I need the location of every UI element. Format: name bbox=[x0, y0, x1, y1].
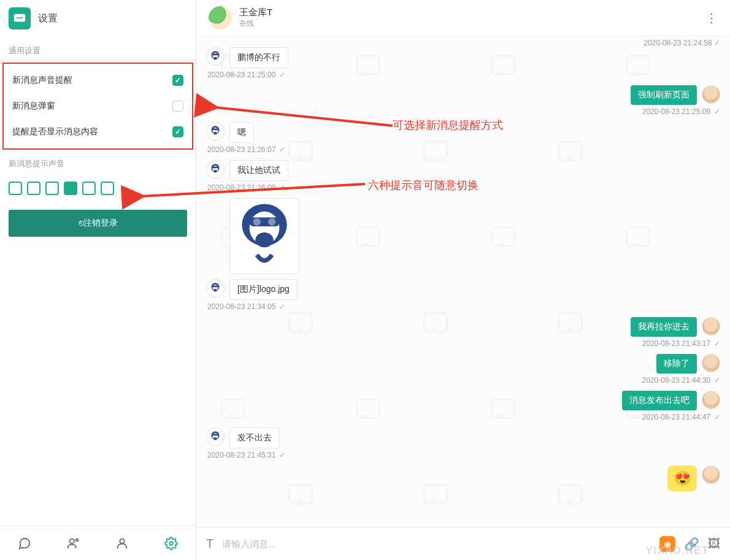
message-row: 我再拉你进去 bbox=[206, 317, 720, 337]
message-bubble[interactable]: 我再拉你进去 bbox=[631, 317, 697, 337]
sender-avatar[interactable] bbox=[702, 317, 720, 336]
logout-button[interactable]: ⎋注销登录 bbox=[9, 210, 187, 237]
svg-rect-10 bbox=[213, 54, 218, 56]
section-general-label: 通用设置 bbox=[0, 37, 196, 63]
message-timestamp: 2020-08-23 21:26:09✓ bbox=[207, 183, 720, 192]
message-timestamp: 2020-08-23 21:25:00✓ bbox=[207, 71, 720, 79]
svg-point-29 bbox=[213, 289, 217, 291]
message-bubble[interactable]: 发不出去 bbox=[229, 428, 280, 448]
message-row: 移除了 bbox=[206, 354, 720, 374]
svg-point-19 bbox=[213, 170, 217, 172]
nav-profile-icon[interactable] bbox=[115, 537, 129, 550]
message-bubble[interactable]: [图片]logo.jpg bbox=[229, 279, 298, 300]
message-row: 强制刷新页面 bbox=[206, 85, 720, 105]
message-row bbox=[206, 198, 720, 274]
svg-rect-14 bbox=[213, 129, 218, 131]
top-timestamp: 2020-08-23 21:24:58 ✓ bbox=[644, 39, 720, 47]
contact-name: 王金库T bbox=[239, 7, 272, 18]
image-icon[interactable]: 🖼 bbox=[708, 537, 720, 551]
nav-contacts-icon[interactable] bbox=[67, 537, 80, 550]
message-row: 😍 bbox=[206, 466, 720, 491]
chat-scroll: 2020-08-23 21:24:58 ✓ 鹏博的不行 2020-08-23 2… bbox=[196, 36, 730, 497]
sidebar-header: 设置 bbox=[0, 0, 196, 37]
sender-avatar[interactable] bbox=[702, 85, 720, 104]
sticker-love[interactable]: 😍 bbox=[667, 466, 697, 491]
chat-body[interactable]: 2020-08-23 21:24:58 ✓ 鹏博的不行 2020-08-23 2… bbox=[196, 36, 730, 527]
message-row: [图片]logo.jpg bbox=[206, 279, 720, 300]
sender-avatar[interactable] bbox=[206, 279, 225, 297]
message-bubble[interactable]: 强制刷新页面 bbox=[631, 85, 697, 105]
chat-header: 王金库T 在线 ⋮ bbox=[196, 0, 730, 36]
app-badge-icon[interactable]: ◉ bbox=[659, 536, 675, 552]
svg-rect-28 bbox=[213, 286, 218, 288]
svg-rect-18 bbox=[213, 167, 218, 169]
setting-popup[interactable]: 新消息弹窗 bbox=[4, 93, 192, 119]
text-format-icon[interactable]: T bbox=[206, 537, 213, 551]
message-timestamp: 2020-08-23 21:45:31✓ bbox=[207, 451, 720, 459]
svg-point-11 bbox=[213, 57, 217, 59]
message-timestamp: 2020-08-23 21:44:30✓ bbox=[207, 376, 720, 385]
settings-group-highlight: 新消息声音提醒 新消息弹窗 提醒是否显示消息内容 bbox=[2, 63, 193, 150]
nav-chat-icon[interactable] bbox=[18, 537, 31, 550]
svg-point-24 bbox=[268, 218, 275, 226]
sound-option-2[interactable] bbox=[27, 182, 40, 195]
sound-option-3[interactable] bbox=[45, 182, 59, 195]
message-bubble[interactable]: 嗯 bbox=[229, 122, 254, 143]
checkbox-sound-notify[interactable] bbox=[172, 75, 183, 86]
message-timestamp: 2020-08-23 21:25:09✓ bbox=[207, 107, 720, 116]
message-bubble[interactable]: 消息发布出去吧 bbox=[622, 391, 697, 410]
svg-point-25 bbox=[255, 232, 273, 247]
sound-options bbox=[0, 175, 196, 201]
sender-avatar[interactable] bbox=[702, 391, 720, 409]
section-sound-label: 新消息提示声音 bbox=[0, 150, 196, 175]
input-tools: ◉ 🔗 🖼 bbox=[659, 536, 720, 552]
sender-avatar[interactable] bbox=[702, 466, 720, 484]
sound-option-1[interactable] bbox=[9, 182, 22, 195]
settings-sidebar: 设置 通用设置 新消息声音提醒 新消息弹窗 提醒是否显示消息内容 新消息提示声音… bbox=[0, 0, 196, 560]
contact-status: 在线 bbox=[239, 18, 272, 29]
svg-point-15 bbox=[213, 132, 217, 134]
message-input-bar: T ◉ 🔗 🖼 bbox=[196, 527, 730, 560]
attachment-icon[interactable]: 🔗 bbox=[684, 537, 699, 551]
svg-point-5 bbox=[75, 539, 78, 541]
sound-option-5[interactable] bbox=[82, 182, 96, 195]
more-options-icon[interactable]: ⋮ bbox=[705, 10, 718, 25]
checkbox-popup[interactable] bbox=[172, 101, 183, 112]
nav-settings-icon[interactable] bbox=[164, 537, 178, 550]
setting-label: 新消息弹窗 bbox=[12, 101, 55, 112]
setting-show-content[interactable]: 提醒是否显示消息内容 bbox=[4, 119, 192, 145]
sender-avatar[interactable] bbox=[206, 428, 225, 446]
message-bubble[interactable]: 我让他试试 bbox=[229, 160, 288, 181]
message-timestamp: 2020-08-23 21:44:47✓ bbox=[207, 413, 720, 421]
svg-point-2 bbox=[19, 17, 21, 19]
checkbox-show-content[interactable] bbox=[172, 126, 183, 137]
sound-option-6[interactable] bbox=[101, 182, 114, 195]
setting-label: 新消息声音提醒 bbox=[12, 75, 72, 86]
message-row: 发不出去 bbox=[206, 428, 720, 448]
message-row: 消息发布出去吧 bbox=[206, 391, 720, 410]
svg-point-6 bbox=[120, 539, 125, 543]
contact-info: 王金库T 在线 bbox=[239, 7, 272, 29]
svg-point-3 bbox=[21, 17, 23, 19]
sender-avatar[interactable] bbox=[206, 47, 225, 66]
message-bubble[interactable]: 移除了 bbox=[656, 354, 697, 374]
message-bubble[interactable]: 鹏博的不行 bbox=[229, 47, 288, 68]
contact-avatar[interactable] bbox=[209, 6, 232, 29]
message-row: 我让他试试 bbox=[206, 160, 720, 181]
logout-label: 注销登录 bbox=[83, 218, 118, 228]
sound-option-4[interactable] bbox=[64, 182, 77, 195]
svg-point-1 bbox=[17, 17, 18, 19]
setting-sound-notify[interactable]: 新消息声音提醒 bbox=[4, 67, 192, 93]
message-row: 嗯 bbox=[206, 122, 720, 143]
svg-point-23 bbox=[253, 218, 261, 226]
svg-rect-32 bbox=[213, 434, 218, 436]
svg-point-33 bbox=[213, 437, 217, 440]
sender-avatar[interactable] bbox=[206, 122, 225, 140]
message-row: 鹏博的不行 bbox=[206, 47, 720, 68]
sender-avatar[interactable] bbox=[702, 354, 720, 372]
svg-point-7 bbox=[169, 542, 173, 545]
sender-avatar[interactable] bbox=[206, 160, 225, 178]
app-logo-icon bbox=[9, 7, 31, 29]
message-image[interactable] bbox=[229, 198, 299, 274]
message-input[interactable] bbox=[222, 539, 651, 549]
